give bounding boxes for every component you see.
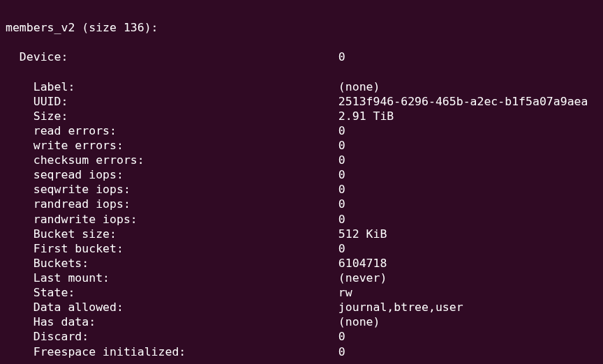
field-row: seqwrite iops: 0 [6, 182, 597, 197]
field-row: State: rw [6, 285, 597, 300]
field-label: State: [6, 285, 338, 300]
field-row: Has data: (none) [6, 314, 597, 329]
field-row: checksum errors: 0 [6, 153, 597, 167]
field-value: 0 [338, 212, 345, 227]
field-label: seqread iops: [6, 167, 338, 182]
field-label: Label: [6, 79, 338, 94]
field-value: 2513f946-6296-465b-a2ec-b1f5a07a9aea [338, 94, 588, 109]
field-row: seqread iops: 0 [6, 167, 597, 182]
field-label: randwrite iops: [6, 212, 338, 227]
field-row: Bucket size: 512 KiB [6, 227, 597, 241]
field-value: 0 [338, 344, 345, 359]
field-label: checksum errors: [6, 153, 338, 167]
field-row: Label: (none) [6, 79, 597, 94]
field-value: rw [338, 285, 352, 300]
field-label: Buckets: [6, 256, 338, 271]
field-value: 0 [338, 153, 345, 167]
terminal-output[interactable]: members_v2 (size 136): Device: 0 Label: … [0, 0, 603, 364]
field-row: Freespace initialized: 0 [6, 344, 597, 359]
field-label: write errors: [6, 138, 338, 153]
field-label: Freespace initialized: [6, 344, 338, 359]
field-row: randwrite iops: 0 [6, 212, 597, 227]
field-label: read errors: [6, 123, 338, 138]
field-value: 0 [338, 138, 345, 153]
field-label: Has data: [6, 314, 338, 329]
field-value: 2.91 TiB [338, 109, 394, 123]
field-value: 0 [338, 167, 345, 182]
field-row: randread iops: 0 [6, 197, 597, 211]
field-row: Data allowed: journal,btree,user [6, 300, 597, 314]
field-label: Bucket size: [6, 227, 338, 241]
field-value: 0 [338, 182, 345, 197]
field-value: 0 [338, 197, 345, 211]
device-label: Device: [6, 50, 338, 64]
field-value: 0 [338, 241, 345, 256]
field-value: 6104718 [338, 256, 387, 271]
field-row: First bucket: 0 [6, 241, 597, 256]
field-value: (never) [338, 271, 387, 285]
field-label: First bucket: [6, 241, 338, 256]
field-row: write errors: 0 [6, 138, 597, 153]
field-row: Size: 2.91 TiB [6, 109, 597, 123]
field-row: read errors: 0 [6, 123, 597, 138]
section-header: members_v2 (size 136): [6, 20, 158, 35]
field-label: Size: [6, 109, 338, 123]
field-value: 0 [338, 123, 345, 138]
device-value: 0 [338, 50, 345, 64]
field-value: journal,btree,user [338, 300, 463, 314]
field-value: 512 KiB [338, 227, 387, 241]
field-label: Last mount: [6, 271, 338, 285]
field-label: UUID: [6, 94, 338, 109]
field-label: seqwrite iops: [6, 182, 338, 197]
field-value: (none) [338, 314, 380, 329]
field-label: randread iops: [6, 197, 338, 211]
field-row: Buckets: 6104718 [6, 256, 597, 271]
field-value: (none) [338, 79, 380, 94]
field-row: Discard: 0 [6, 329, 597, 344]
field-label: Discard: [6, 329, 338, 344]
field-value: 0 [338, 329, 345, 344]
field-row: Last mount: (never) [6, 271, 597, 285]
field-label: Data allowed: [6, 300, 338, 314]
field-row: UUID: 2513f946-6296-465b-a2ec-b1f5a07a9a… [6, 94, 597, 109]
